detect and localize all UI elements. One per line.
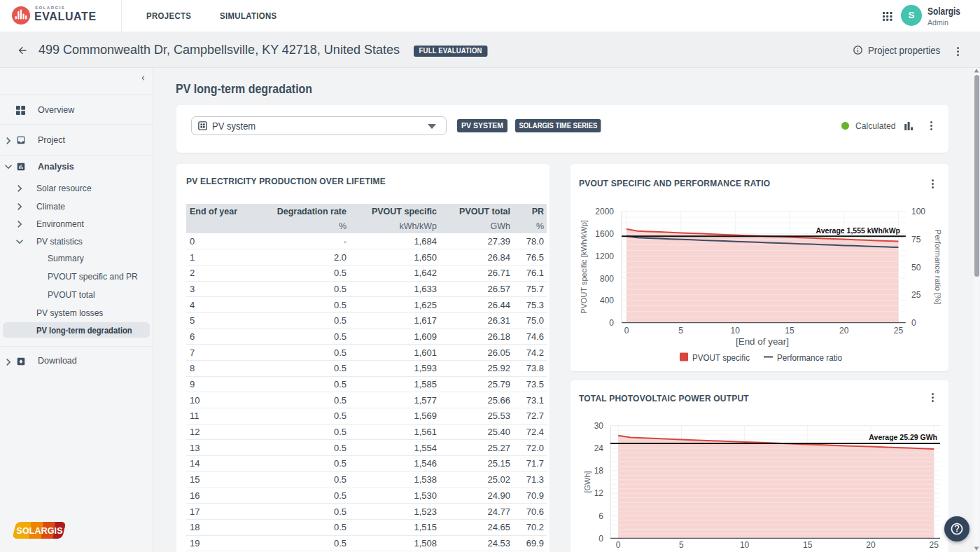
svg-text:50: 50: [911, 263, 921, 272]
svg-text:6: 6: [598, 511, 603, 521]
svg-text:400: 400: [600, 296, 614, 305]
svg-text:12: 12: [594, 488, 604, 498]
svg-text:0: 0: [911, 318, 916, 328]
svg-text:800: 800: [600, 274, 614, 284]
svg-text:0: 0: [609, 318, 614, 328]
svg-text:10: 10: [740, 540, 750, 550]
svg-text:5: 5: [678, 326, 683, 336]
svg-text:24: 24: [594, 443, 604, 453]
svg-text:30: 30: [594, 421, 604, 431]
svg-text:1600: 1600: [595, 229, 614, 239]
svg-text:1200: 1200: [595, 251, 614, 261]
svg-text:75: 75: [911, 235, 921, 244]
svg-text:0: 0: [598, 534, 603, 544]
svg-text:[End of year]: [End of year]: [736, 337, 789, 347]
svg-text:0: 0: [616, 540, 621, 550]
svg-text:5: 5: [679, 540, 684, 550]
svg-text:[GWh]: [GWh]: [583, 471, 592, 492]
svg-text:10: 10: [731, 326, 741, 336]
svg-text:Performance ratio: Performance ratio: [777, 352, 842, 363]
svg-text:2000: 2000: [595, 207, 614, 216]
svg-text:0: 0: [624, 326, 629, 336]
svg-text:25: 25: [930, 540, 939, 550]
svg-text:25: 25: [894, 326, 904, 336]
svg-text:15: 15: [785, 326, 794, 336]
svg-text:20: 20: [866, 540, 876, 550]
svg-text:Performance ratio [%]: Performance ratio [%]: [934, 230, 942, 304]
svg-text:15: 15: [803, 540, 813, 550]
svg-text:25: 25: [911, 290, 921, 300]
svg-text:Average 1,555 kWh/kWp: Average 1,555 kWh/kWp: [816, 226, 900, 235]
svg-text:100: 100: [911, 207, 925, 216]
svg-text:Average 25.29 GWh: Average 25.29 GWh: [869, 433, 937, 441]
svg-text:20: 20: [839, 326, 849, 336]
svg-text:PVOUT specific [kWh/kWp]: PVOUT specific [kWh/kWp]: [580, 220, 588, 314]
svg-text:18: 18: [594, 466, 604, 476]
svg-text:PVOUT specific: PVOUT specific: [692, 352, 750, 363]
svg-text:SOLARGIS: SOLARGIS: [17, 526, 63, 536]
